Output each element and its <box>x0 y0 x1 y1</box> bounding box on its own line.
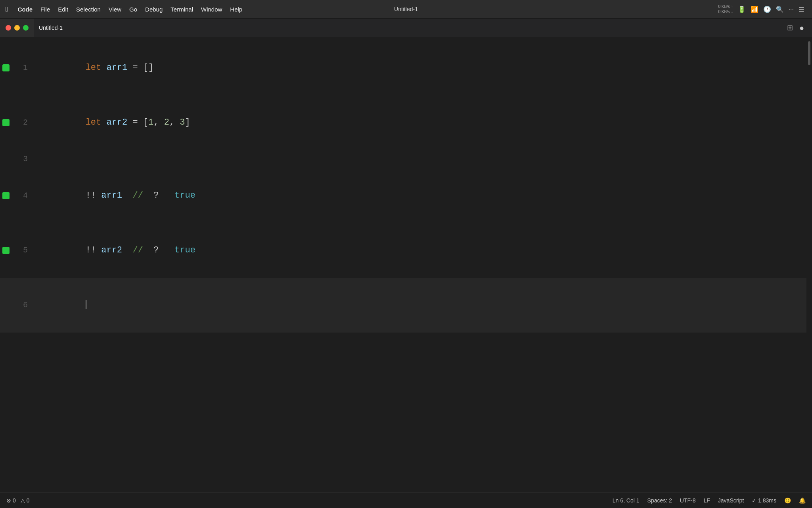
bell: 🔔 <box>799 497 806 504</box>
cursor-position[interactable]: Ln 6, Col 1 <box>613 497 640 504</box>
traffic-lights <box>0 19 34 37</box>
code-line-5: 5 !! arr2 // ? true <box>0 223 806 278</box>
run-indicator-1 <box>0 64 12 71</box>
errors-status[interactable]: ⊗ 0 △ 0 <box>6 497 30 504</box>
line-ending[interactable]: LF <box>703 497 710 504</box>
minimize-button[interactable] <box>14 25 20 31</box>
circle-icon[interactable]: ● <box>799 23 804 33</box>
run-dot-2 <box>2 119 10 126</box>
line-number-1: 1 <box>12 59 36 77</box>
line-number-6: 6 <box>12 296 36 314</box>
editor-area: 1 let arr1 = [] 2 let arr2 = [1, 2, 3] 3 <box>0 37 812 493</box>
wifi-icon: 📶 <box>751 6 758 13</box>
status-right: Ln 6, Col 1 Spaces: 2 UTF-8 LF JavaScrip… <box>613 497 806 504</box>
smiley-icon[interactable]: 🙂 <box>784 497 791 504</box>
list-icon[interactable]: ☰ <box>799 6 804 13</box>
code-text-2: let arr2 = [1, 2, 3] <box>36 95 190 150</box>
language[interactable]: JavaScript <box>718 497 744 504</box>
position-text: Ln 6, Col 1 <box>613 497 640 504</box>
network-down: 0 KB/s ↓ <box>718 9 733 14</box>
code-text-4: !! arr1 // ? true <box>36 168 195 223</box>
line-number-4: 4 <box>12 187 36 205</box>
bell-icon[interactable]: 🔔 <box>799 497 806 504</box>
run-dot-4 <box>2 192 10 199</box>
language-text: JavaScript <box>718 497 744 504</box>
maximize-button[interactable] <box>23 25 29 31</box>
menu-edit[interactable]: Edit <box>54 0 72 19</box>
encoding[interactable]: UTF-8 <box>680 497 696 504</box>
code-line-3: 3 <box>0 150 806 168</box>
split-editor-icon[interactable]: ⊞ <box>787 23 793 32</box>
code-line-2: 2 let arr2 = [1, 2, 3] <box>0 95 806 150</box>
warning-icon: △ <box>21 497 25 504</box>
line-number-5: 5 <box>12 241 36 260</box>
menu-go[interactable]: Go <box>125 0 141 19</box>
menu-debug[interactable]: Debug <box>141 0 167 19</box>
code-line-1: 1 let arr1 = [] <box>0 40 806 95</box>
warning-count: 0 <box>27 497 30 504</box>
clock-icon: 🕐 <box>763 6 771 13</box>
spotlight-icon[interactable]: 🔍 <box>776 6 784 13</box>
status-bar: ⊗ 0 △ 0 Ln 6, Col 1 Spaces: 2 UTF-8 LF J… <box>0 493 812 508</box>
error-icon: ⊗ <box>6 497 11 504</box>
apple-menu[interactable]:  <box>0 0 14 19</box>
smiley: 🙂 <box>784 497 791 504</box>
code-text-1: let arr1 = [] <box>36 40 153 95</box>
scrollbar[interactable] <box>806 37 812 493</box>
title-bar-right: 0 KB/s ↑ 0 KB/s ↓ 🔋 📶 🕐 🔍 ··· ☰ <box>718 4 812 14</box>
line-number-3: 3 <box>12 150 36 168</box>
menu-terminal[interactable]: Terminal <box>167 0 197 19</box>
network-stats: 0 KB/s ↑ 0 KB/s ↓ <box>718 4 733 14</box>
code-editor[interactable]: 1 let arr1 = [] 2 let arr2 = [1, 2, 3] 3 <box>0 37 806 493</box>
menu-help[interactable]: Help <box>226 0 246 19</box>
run-dot-5 <box>2 247 10 254</box>
timing: ✓ 1.83ms <box>752 497 776 504</box>
run-indicator-2 <box>0 119 12 126</box>
menu-code[interactable]: Code <box>14 0 37 19</box>
indentation[interactable]: Spaces: 2 <box>647 497 672 504</box>
run-indicator-4 <box>0 192 12 199</box>
error-count: 0 <box>13 497 16 504</box>
encoding-text: UTF-8 <box>680 497 696 504</box>
code-line-6: 6 <box>0 278 806 333</box>
status-left: ⊗ 0 △ 0 <box>6 497 30 504</box>
timing-text: ✓ 1.83ms <box>752 497 776 504</box>
editor-tab[interactable]: Untitled-1 <box>34 22 67 33</box>
run-indicator-5 <box>0 247 12 254</box>
scrollbar-thumb[interactable] <box>808 41 810 65</box>
menu-window[interactable]: Window <box>197 0 226 19</box>
menu-file[interactable]: File <box>36 0 54 19</box>
code-line-4: 4 !! arr1 // ? true <box>0 168 806 223</box>
menu-view[interactable]: View <box>105 0 125 19</box>
network-up: 0 KB/s ↑ <box>718 4 733 9</box>
menu-selection[interactable]: Selection <box>72 0 105 19</box>
window-title: Untitled-1 <box>394 6 418 12</box>
code-text-5: !! arr2 // ? true <box>36 223 195 278</box>
editor-tab-bar: Untitled-1 ⊞ ● <box>0 19 812 37</box>
battery-icon: 🔋 <box>738 6 746 13</box>
line-number-2: 2 <box>12 114 36 132</box>
title-bar:  Code File Edit Selection View Go Debug… <box>0 0 812 19</box>
more-icon[interactable]: ··· <box>789 6 794 13</box>
close-button[interactable] <box>6 25 11 31</box>
run-dot-1 <box>2 64 10 71</box>
spaces-text: Spaces: 2 <box>647 497 672 504</box>
code-text-6 <box>36 278 86 333</box>
line-ending-text: LF <box>703 497 710 504</box>
